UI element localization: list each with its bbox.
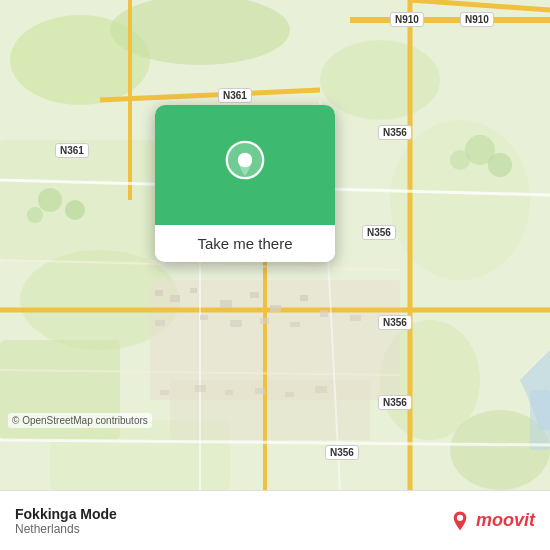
svg-point-36 (27, 207, 43, 223)
road-label-n356-4: N356 (378, 395, 412, 410)
road-label-n910-1: N910 (390, 12, 424, 27)
svg-point-34 (38, 188, 62, 212)
svg-rect-21 (155, 320, 165, 326)
svg-rect-18 (250, 292, 259, 298)
svg-rect-17 (220, 300, 232, 308)
svg-rect-24 (260, 318, 269, 324)
svg-rect-32 (285, 392, 294, 397)
svg-point-42 (457, 514, 463, 520)
location-pin-icon (220, 140, 270, 190)
svg-rect-30 (225, 390, 233, 395)
road-label-n356-5: N356 (325, 445, 359, 460)
svg-rect-28 (160, 390, 169, 395)
svg-rect-15 (170, 295, 180, 302)
svg-rect-14 (155, 290, 163, 296)
road-label-n356-2: N356 (362, 225, 396, 240)
popup-card: Take me there (155, 105, 335, 262)
svg-rect-27 (350, 315, 361, 321)
svg-point-39 (450, 150, 470, 170)
svg-rect-33 (315, 386, 327, 393)
road-label-n910-2: N910 (460, 12, 494, 27)
road-label-n361-2: N361 (55, 143, 89, 158)
take-me-there-button[interactable]: Take me there (155, 225, 335, 262)
svg-rect-26 (320, 310, 328, 317)
bottom-bar: Fokkinga Mode Netherlands moovit (0, 490, 550, 550)
svg-rect-16 (190, 288, 197, 293)
map-attribution: © OpenStreetMap contributors (8, 413, 152, 428)
svg-rect-31 (255, 388, 265, 394)
svg-rect-23 (230, 320, 242, 327)
svg-rect-11 (530, 390, 550, 450)
road-label-n356-1: N356 (378, 125, 412, 140)
location-country: Netherlands (15, 522, 117, 536)
road-label-n356-3: N356 (378, 315, 412, 330)
svg-point-38 (488, 153, 512, 177)
svg-point-35 (65, 200, 85, 220)
svg-rect-20 (300, 295, 308, 301)
popup-green-area (155, 105, 335, 225)
svg-rect-29 (195, 385, 206, 392)
svg-rect-22 (200, 315, 208, 320)
road-label-n361-1: N361 (218, 88, 252, 103)
moovit-brand-text: moovit (476, 510, 535, 531)
svg-rect-25 (290, 322, 300, 327)
location-name: Fokkinga Mode (15, 506, 117, 522)
svg-rect-19 (270, 305, 281, 312)
svg-point-3 (320, 40, 440, 120)
moovit-logo[interactable]: moovit (449, 510, 535, 532)
map-container: N910 N910 N361 N361 N356 N356 N356 N356 … (0, 0, 550, 490)
moovit-pin-icon (449, 510, 471, 532)
svg-rect-4 (0, 140, 160, 260)
location-info: Fokkinga Mode Netherlands (15, 506, 117, 536)
